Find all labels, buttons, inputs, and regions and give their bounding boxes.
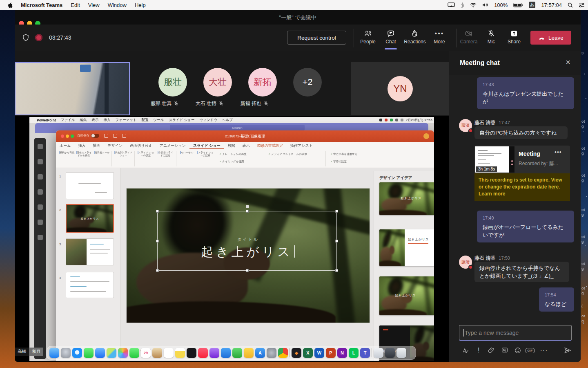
powerpoint-icon[interactable]: P — [326, 348, 336, 358]
line-icon[interactable]: L — [349, 348, 359, 358]
tab-design[interactable]: デザイン — [104, 142, 126, 149]
people-button[interactable]: People — [357, 29, 379, 47]
calendar-icon[interactable]: 29 — [141, 348, 151, 358]
reactions-button[interactable]: Reactions — [403, 29, 427, 47]
recording-menu-icon[interactable]: ••• — [555, 149, 562, 155]
input-method-icon[interactable]: あ — [529, 2, 535, 8]
self-video-thumbnail[interactable] — [15, 62, 130, 115]
slide-thumb-2-selected[interactable]: 起き上がリス — [66, 204, 114, 233]
text-selection-box[interactable] — [157, 211, 337, 271]
control-center-icon[interactable] — [579, 3, 585, 7]
music-icon[interactable] — [198, 348, 208, 358]
chat-button[interactable]: Chat — [380, 29, 401, 47]
share-button[interactable]: Share — [503, 29, 525, 47]
finder-icon[interactable] — [49, 348, 59, 358]
participant-overflow-avatar[interactable]: +2 — [293, 68, 322, 96]
chat-message-other-1[interactable]: 自分のPC持ち込みの方々ですね — [474, 126, 568, 139]
participant-avatar-1[interactable]: 服壮 — [158, 68, 187, 96]
tab-transitions[interactable]: 画面切り替え — [126, 142, 156, 149]
menu-clock[interactable]: 17:57:04 — [541, 2, 562, 8]
safari-icon[interactable] — [72, 348, 82, 358]
gif-icon[interactable]: GIF — [525, 346, 535, 355]
participant-avatar-2[interactable]: 大壮 — [203, 68, 232, 96]
tab-insert[interactable]: 挿入 — [74, 142, 89, 149]
participant-avatar-3[interactable]: 新拓 — [248, 68, 277, 96]
tab-home[interactable]: ホーム — [56, 142, 74, 149]
tab-animations[interactable]: アニメーション — [156, 142, 189, 149]
window-title-bar[interactable]: "一般" で会議中 — [15, 10, 581, 25]
learn-more-link[interactable]: Learn more — [479, 191, 505, 197]
photos-icon[interactable] — [118, 348, 128, 358]
maps-icon[interactable] — [107, 348, 116, 358]
menu-view[interactable]: View — [84, 2, 104, 8]
screenshot-2-icon[interactable] — [385, 348, 395, 358]
tab-draw[interactable]: 描画 — [89, 142, 104, 149]
word-icon[interactable]: W — [314, 348, 324, 358]
rotate-handle[interactable] — [246, 205, 249, 208]
menu-help[interactable]: Help — [131, 2, 150, 8]
app-store-icon[interactable]: A — [255, 348, 265, 358]
tab-view[interactable]: 表示 — [239, 142, 254, 149]
ppt-account-avatar[interactable] — [423, 133, 429, 139]
tab-review[interactable]: 校閲 — [224, 142, 239, 149]
messages-icon[interactable] — [84, 348, 94, 358]
compose-more-icon[interactable]: ··· — [539, 346, 549, 355]
mic-button[interactable]: Mic — [481, 29, 502, 47]
chat-avatar-fujishi[interactable]: 藤清 — [459, 119, 472, 132]
chat-message-own-2[interactable]: 17:49 録画がオーバーフローしてるみたいですが — [477, 211, 574, 242]
tab-slideshow[interactable]: スライド ショー — [189, 142, 224, 149]
bluetooth-icon[interactable] — [461, 2, 464, 8]
leave-button[interactable]: Leave — [530, 31, 571, 45]
menu-app-name[interactable]: Microsoft Teams — [17, 2, 67, 8]
send-icon[interactable] — [563, 346, 572, 355]
chat-message-other-2[interactable]: 録画停止されてから手持ちでなんとか録画しています_(:3 」∠)_ — [474, 262, 569, 282]
request-control-button[interactable]: Request control — [287, 31, 346, 45]
podcasts-icon[interactable] — [209, 348, 219, 358]
format-icon[interactable] — [461, 346, 470, 355]
more-button[interactable]: ••• More — [429, 29, 450, 47]
flame-app-icon[interactable]: ◆ — [292, 348, 301, 358]
wifi-icon[interactable] — [470, 2, 477, 7]
trash-icon[interactable] — [396, 348, 406, 358]
system-settings-icon[interactable] — [267, 348, 276, 358]
design-idea-3[interactable]: 起き上がリス — [379, 276, 434, 315]
notes-icon[interactable] — [175, 348, 185, 358]
recording-card[interactable]: 3h 1m 8s Meeting ••• Recorded by: 藤... — [474, 146, 570, 173]
attach-icon[interactable] — [487, 346, 497, 355]
chat-message-own-3[interactable]: 17:54 なるほど — [539, 287, 574, 312]
numbers-icon[interactable] — [232, 348, 242, 358]
close-chat-icon[interactable]: × — [563, 57, 573, 67]
tv-icon[interactable] — [187, 348, 196, 358]
loop-component-icon[interactable] — [500, 346, 510, 355]
tab-assistant[interactable]: 操作アシスト — [287, 142, 316, 149]
screen-mirroring-icon[interactable] — [448, 2, 455, 7]
expiry-here-link[interactable]: here — [548, 184, 559, 190]
launchpad-icon[interactable] — [61, 348, 71, 358]
chat-message-input[interactable]: Type a new message — [459, 325, 572, 341]
spotlight-search-icon[interactable] — [568, 2, 573, 8]
contacts-icon[interactable] — [152, 348, 162, 358]
slide-thumb-4[interactable] — [66, 272, 114, 298]
onenote-icon[interactable]: N — [337, 348, 347, 358]
priority-icon[interactable]: ! — [474, 346, 483, 355]
chrome-icon[interactable] — [278, 348, 288, 358]
keynote-icon[interactable] — [221, 348, 231, 358]
chat-avatar-fujishi[interactable]: 藤清 — [459, 256, 472, 269]
excel-icon[interactable]: X — [303, 348, 313, 358]
design-idea-2[interactable]: 起き上がリス — [379, 229, 434, 266]
apple-menu-icon[interactable] — [0, 2, 17, 8]
reminders-icon[interactable] — [164, 348, 174, 358]
facetime-icon[interactable] — [129, 348, 139, 358]
recording-thumbnail[interactable]: 3h 1m 8s — [475, 146, 514, 173]
menu-window[interactable]: Window — [104, 2, 131, 8]
pencil-app-icon[interactable] — [244, 348, 254, 358]
volume-icon[interactable] — [482, 2, 488, 7]
teams-app-icon[interactable]: T — [360, 348, 370, 358]
chat-message-own-1[interactable]: 17:43 今川さんはプレゼン未提出でしたが — [477, 77, 574, 109]
slide-canvas[interactable]: タイトル 起き上がリス — [127, 188, 370, 323]
slide-thumb-3[interactable] — [66, 238, 114, 265]
tab-shape-format[interactable]: 図形の書式設定 — [254, 142, 287, 149]
design-idea-1[interactable]: 起き上がリス — [379, 182, 434, 215]
screenshot-1-icon[interactable] — [374, 348, 383, 358]
slide-thumb-1[interactable] — [66, 172, 114, 199]
